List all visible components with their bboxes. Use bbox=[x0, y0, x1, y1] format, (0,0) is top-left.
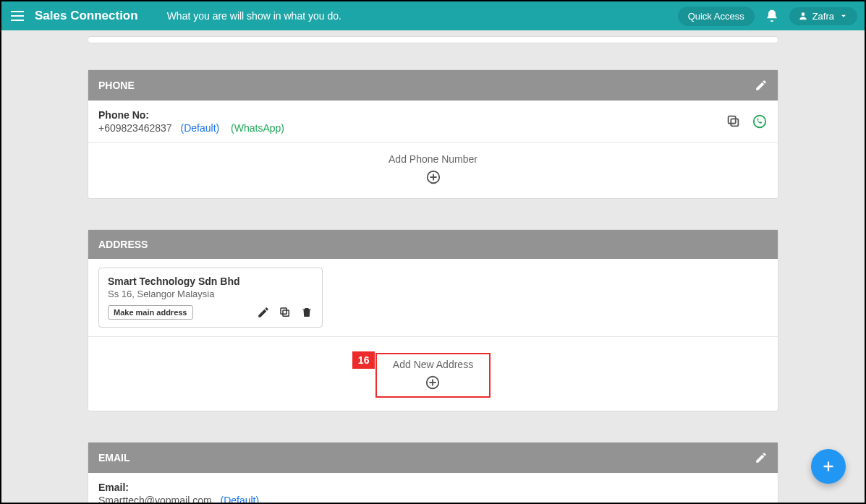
plus-icon bbox=[820, 458, 836, 474]
previous-section-stub bbox=[88, 36, 778, 43]
address-line: Ss 16, Selangor Malaysia bbox=[108, 289, 313, 299]
svg-rect-2 bbox=[729, 116, 736, 124]
copy-icon[interactable] bbox=[726, 114, 742, 129]
email-value: Smarttech@yopmail.com bbox=[98, 495, 212, 504]
email-label: Email: bbox=[98, 482, 768, 493]
phone-body: Phone No: +609823462837 (Default) (Whats… bbox=[88, 101, 778, 142]
edit-icon[interactable] bbox=[755, 79, 768, 92]
callout-badge: 16 bbox=[352, 351, 375, 369]
tagline-text: What you are will show in what you do. bbox=[167, 10, 678, 22]
address-section: ADDRESS Smart Technology Sdn Bhd Ss 16, … bbox=[88, 229, 778, 411]
phone-default-tag: (Default) bbox=[181, 122, 220, 134]
phone-label: Phone No: bbox=[98, 109, 284, 121]
plus-circle-icon bbox=[425, 375, 441, 390]
content-area: PHONE Phone No: +609823462837 (Default) … bbox=[88, 30, 778, 504]
email-section: EMAIL Email: Smarttech@yopmail.com (Defa… bbox=[88, 442, 778, 504]
svg-rect-5 bbox=[283, 310, 289, 316]
address-name: Smart Technology Sdn Bhd bbox=[108, 276, 313, 287]
svg-rect-1 bbox=[731, 119, 738, 126]
email-section-header: EMAIL bbox=[88, 443, 778, 473]
make-main-address-button[interactable]: Make main address bbox=[108, 305, 193, 320]
add-address-button[interactable]: Add New Address bbox=[375, 353, 491, 398]
address-section-title: ADDRESS bbox=[98, 239, 148, 250]
notification-bell-icon[interactable] bbox=[765, 9, 779, 23]
phone-whatsapp-tag: (WhatsApp) bbox=[231, 122, 284, 134]
svg-point-0 bbox=[801, 12, 805, 16]
copy-icon[interactable] bbox=[279, 306, 292, 319]
hamburger-menu-icon[interactable] bbox=[9, 7, 26, 25]
email-section-title: EMAIL bbox=[98, 452, 130, 464]
phone-section-title: PHONE bbox=[98, 80, 135, 91]
user-avatar-icon bbox=[798, 11, 808, 21]
email-body: Email: Smarttech@yopmail.com (Default) bbox=[88, 473, 778, 504]
quick-access-button[interactable]: Quick Access bbox=[678, 7, 755, 26]
header-bar: Sales Connection What you are will show … bbox=[1, 1, 865, 30]
edit-icon[interactable] bbox=[257, 306, 270, 319]
add-phone-label: Add Phone Number bbox=[88, 153, 778, 165]
whatsapp-icon[interactable] bbox=[752, 114, 768, 129]
address-body: Smart Technology Sdn Bhd Ss 16, Selangor… bbox=[88, 259, 778, 336]
phone-number: +609823462837 bbox=[98, 122, 172, 134]
email-default-tag: (Default) bbox=[220, 495, 259, 504]
user-menu-button[interactable]: Zafra bbox=[789, 7, 857, 25]
add-phone-area[interactable]: Add Phone Number bbox=[88, 143, 778, 198]
fab-add-button[interactable] bbox=[811, 449, 846, 484]
add-address-area: 16 Add New Address bbox=[88, 337, 778, 411]
address-card: Smart Technology Sdn Bhd Ss 16, Selangor… bbox=[98, 268, 323, 328]
chevron-down-icon bbox=[839, 11, 849, 21]
phone-section: PHONE Phone No: +609823462837 (Default) … bbox=[88, 69, 778, 199]
phone-section-header: PHONE bbox=[88, 70, 778, 101]
edit-icon[interactable] bbox=[755, 451, 768, 464]
user-name-label: Zafra bbox=[812, 11, 834, 22]
address-section-header: ADDRESS bbox=[88, 230, 778, 259]
svg-point-3 bbox=[754, 116, 766, 128]
trash-icon[interactable] bbox=[300, 306, 313, 319]
brand-title: Sales Connection bbox=[35, 9, 138, 23]
add-address-label: Add New Address bbox=[393, 359, 473, 370]
plus-circle-icon bbox=[425, 169, 441, 185]
svg-rect-6 bbox=[281, 308, 286, 314]
